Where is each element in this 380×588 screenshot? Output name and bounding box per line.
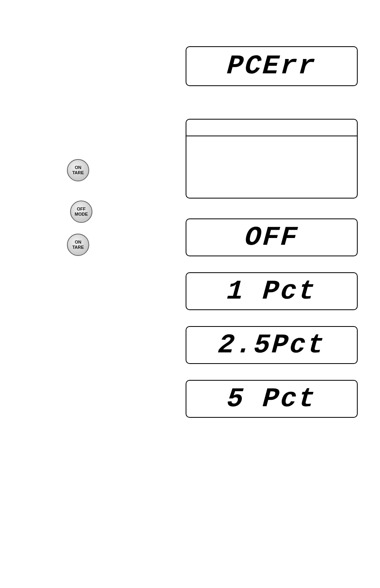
lcd-text-pcerr: PCErr [226, 53, 317, 80]
lcd-display-five-pct: 5 Pct [186, 380, 358, 418]
lcd-large-divider [186, 136, 357, 136]
button-label-line2: MODE [75, 212, 88, 216]
lcd-display-twofive-pct: 2.5Pct [186, 326, 358, 364]
lcd-text-twofive-pct: 2.5Pct [217, 332, 326, 359]
off-mode-button[interactable]: OFF MODE [70, 201, 92, 223]
lcd-display-off: OFF [186, 218, 358, 256]
lcd-text-one-pct: 1 Pct [226, 278, 317, 305]
lcd-display-one-pct: 1 Pct [186, 272, 358, 310]
lcd-display-pcerr: PCErr [186, 46, 358, 86]
on-tare-button-1[interactable]: ON TARE [67, 159, 89, 181]
lcd-display-large [186, 119, 358, 199]
page: PCErr OFF 1 Pct 2.5Pct 5 Pct ON TARE OFF… [0, 0, 380, 588]
on-tare-button-2[interactable]: ON TARE [67, 234, 89, 256]
button-label-line1: ON [75, 240, 82, 244]
button-label-line2: TARE [72, 245, 84, 250]
lcd-text-off: OFF [244, 224, 299, 251]
button-label-line1: ON [75, 165, 82, 170]
button-label-line2: TARE [72, 171, 84, 175]
lcd-text-five-pct: 5 Pct [226, 385, 317, 413]
button-label-line1: OFF [77, 207, 86, 211]
